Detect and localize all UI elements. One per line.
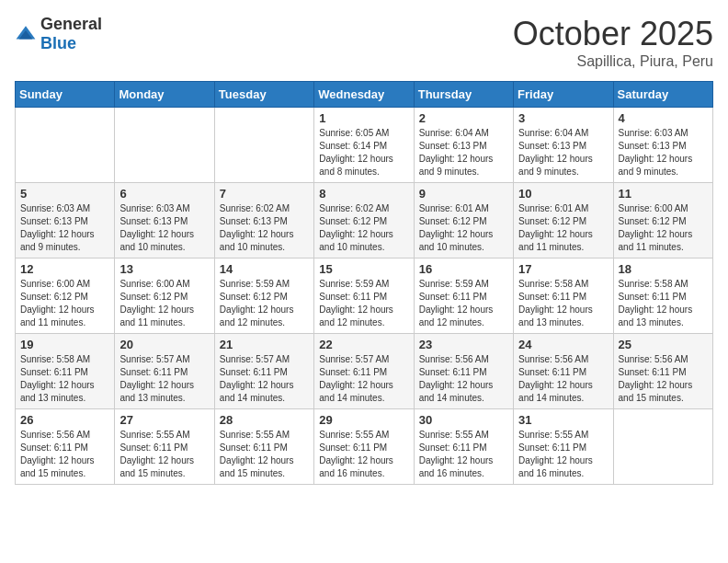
day-cell-15: 15Sunrise: 5:59 AMSunset: 6:11 PMDayligh… — [314, 259, 414, 334]
day-cell-3: 3Sunrise: 6:04 AMSunset: 6:13 PMDaylight… — [514, 108, 613, 183]
day-number: 31 — [518, 413, 608, 427]
weekday-header-tuesday: Tuesday — [214, 82, 313, 108]
logo-text: General Blue — [40, 15, 102, 53]
day-info: Sunrise: 6:00 AMSunset: 6:12 PMDaylight:… — [20, 278, 109, 329]
day-cell-18: 18Sunrise: 5:58 AMSunset: 6:11 PMDayligh… — [613, 259, 712, 334]
day-cell-29: 29Sunrise: 5:55 AMSunset: 6:11 PMDayligh… — [314, 409, 414, 485]
day-cell-9: 9Sunrise: 6:01 AMSunset: 6:12 PMDaylight… — [414, 183, 513, 259]
day-cell-16: 16Sunrise: 5:59 AMSunset: 6:11 PMDayligh… — [414, 259, 513, 334]
day-info: Sunrise: 5:57 AMSunset: 6:11 PMDaylight:… — [220, 353, 309, 405]
day-number: 17 — [518, 262, 608, 276]
day-info: Sunrise: 5:57 AMSunset: 6:11 PMDaylight:… — [119, 353, 209, 405]
week-row-3: 12Sunrise: 6:00 AMSunset: 6:12 PMDayligh… — [16, 259, 713, 334]
day-number: 20 — [119, 338, 209, 351]
week-row-1: 1Sunrise: 6:05 AMSunset: 6:14 PMDaylight… — [16, 108, 713, 183]
day-number: 3 — [518, 111, 608, 125]
weekday-header-row: SundayMondayTuesdayWednesdayThursdayFrid… — [16, 82, 713, 108]
day-cell-31: 31Sunrise: 5:55 AMSunset: 6:11 PMDayligh… — [514, 409, 613, 485]
day-number: 29 — [319, 413, 408, 427]
month-title: October 2025 — [513, 15, 713, 53]
day-info: Sunrise: 6:00 AMSunset: 6:12 PMDaylight:… — [119, 278, 209, 329]
day-cell-17: 17Sunrise: 5:58 AMSunset: 6:11 PMDayligh… — [514, 259, 613, 334]
weekday-header-thursday: Thursday — [414, 82, 513, 108]
day-info: Sunrise: 6:01 AMSunset: 6:12 PMDaylight:… — [518, 202, 608, 254]
day-info: Sunrise: 5:59 AMSunset: 6:11 PMDaylight:… — [419, 278, 508, 329]
empty-cell — [214, 108, 313, 183]
day-number: 12 — [20, 262, 109, 276]
day-info: Sunrise: 6:02 AMSunset: 6:13 PMDaylight:… — [220, 202, 309, 254]
day-cell-20: 20Sunrise: 5:57 AMSunset: 6:11 PMDayligh… — [115, 334, 214, 409]
day-number: 21 — [220, 338, 309, 351]
day-cell-7: 7Sunrise: 6:02 AMSunset: 6:13 PMDaylight… — [214, 183, 313, 259]
day-info: Sunrise: 6:00 AMSunset: 6:12 PMDaylight:… — [619, 202, 708, 254]
day-info: Sunrise: 6:03 AMSunset: 6:13 PMDaylight:… — [119, 202, 209, 254]
day-info: Sunrise: 6:03 AMSunset: 6:13 PMDaylight:… — [20, 202, 109, 254]
logo-icon — [15, 23, 37, 45]
day-cell-19: 19Sunrise: 5:58 AMSunset: 6:11 PMDayligh… — [16, 334, 115, 409]
day-cell-30: 30Sunrise: 5:55 AMSunset: 6:11 PMDayligh… — [414, 409, 513, 485]
day-number: 1 — [319, 111, 408, 125]
empty-cell — [613, 409, 712, 485]
weekday-header-saturday: Saturday — [613, 82, 712, 108]
day-info: Sunrise: 6:04 AMSunset: 6:13 PMDaylight:… — [518, 127, 608, 178]
day-cell-22: 22Sunrise: 5:57 AMSunset: 6:11 PMDayligh… — [314, 334, 414, 409]
day-cell-2: 2Sunrise: 6:04 AMSunset: 6:13 PMDaylight… — [414, 108, 513, 183]
page-header: General Blue October 2025 Sapillica, Piu… — [15, 15, 713, 70]
day-number: 27 — [119, 413, 209, 427]
day-number: 28 — [220, 413, 309, 427]
day-cell-23: 23Sunrise: 5:56 AMSunset: 6:11 PMDayligh… — [414, 334, 513, 409]
day-number: 11 — [619, 187, 708, 201]
day-cell-28: 28Sunrise: 5:55 AMSunset: 6:11 PMDayligh… — [214, 409, 313, 485]
day-cell-26: 26Sunrise: 5:56 AMSunset: 6:11 PMDayligh… — [16, 409, 115, 485]
location-subtitle: Sapillica, Piura, Peru — [513, 53, 713, 70]
week-row-4: 19Sunrise: 5:58 AMSunset: 6:11 PMDayligh… — [16, 334, 713, 409]
day-info: Sunrise: 5:55 AMSunset: 6:11 PMDaylight:… — [518, 429, 608, 480]
day-cell-27: 27Sunrise: 5:55 AMSunset: 6:11 PMDayligh… — [115, 409, 214, 485]
day-number: 26 — [20, 413, 109, 427]
weekday-header-wednesday: Wednesday — [314, 82, 414, 108]
day-number: 4 — [619, 111, 708, 125]
day-info: Sunrise: 5:58 AMSunset: 6:11 PMDaylight:… — [619, 278, 708, 329]
day-info: Sunrise: 5:56 AMSunset: 6:11 PMDaylight:… — [419, 353, 508, 405]
day-info: Sunrise: 6:05 AMSunset: 6:14 PMDaylight:… — [319, 127, 408, 178]
logo: General Blue — [15, 15, 102, 53]
day-number: 24 — [518, 338, 608, 351]
day-info: Sunrise: 6:02 AMSunset: 6:12 PMDaylight:… — [319, 202, 408, 254]
day-info: Sunrise: 5:59 AMSunset: 6:11 PMDaylight:… — [319, 278, 408, 329]
calendar-table: SundayMondayTuesdayWednesdayThursdayFrid… — [15, 81, 713, 485]
day-info: Sunrise: 5:56 AMSunset: 6:11 PMDaylight:… — [518, 353, 608, 405]
day-info: Sunrise: 5:57 AMSunset: 6:11 PMDaylight:… — [319, 353, 408, 405]
day-cell-14: 14Sunrise: 5:59 AMSunset: 6:12 PMDayligh… — [214, 259, 313, 334]
day-number: 18 — [619, 262, 708, 276]
title-area: October 2025 Sapillica, Piura, Peru — [513, 15, 713, 70]
day-cell-8: 8Sunrise: 6:02 AMSunset: 6:12 PMDaylight… — [314, 183, 414, 259]
day-info: Sunrise: 5:56 AMSunset: 6:11 PMDaylight:… — [20, 429, 109, 480]
day-cell-11: 11Sunrise: 6:00 AMSunset: 6:12 PMDayligh… — [613, 183, 712, 259]
day-number: 23 — [419, 338, 508, 351]
day-cell-12: 12Sunrise: 6:00 AMSunset: 6:12 PMDayligh… — [16, 259, 115, 334]
day-number: 19 — [20, 338, 109, 351]
day-cell-24: 24Sunrise: 5:56 AMSunset: 6:11 PMDayligh… — [514, 334, 613, 409]
day-info: Sunrise: 5:58 AMSunset: 6:11 PMDaylight:… — [518, 278, 608, 329]
day-info: Sunrise: 5:55 AMSunset: 6:11 PMDaylight:… — [319, 429, 408, 480]
day-number: 22 — [319, 338, 408, 351]
day-number: 5 — [20, 187, 109, 201]
day-cell-13: 13Sunrise: 6:00 AMSunset: 6:12 PMDayligh… — [115, 259, 214, 334]
day-cell-1: 1Sunrise: 6:05 AMSunset: 6:14 PMDaylight… — [314, 108, 414, 183]
day-info: Sunrise: 6:04 AMSunset: 6:13 PMDaylight:… — [419, 127, 508, 178]
day-number: 14 — [220, 262, 309, 276]
day-number: 8 — [319, 187, 408, 201]
day-info: Sunrise: 5:55 AMSunset: 6:11 PMDaylight:… — [419, 429, 508, 480]
weekday-header-sunday: Sunday — [16, 82, 115, 108]
day-info: Sunrise: 6:03 AMSunset: 6:13 PMDaylight:… — [619, 127, 708, 178]
day-info: Sunrise: 5:55 AMSunset: 6:11 PMDaylight:… — [220, 429, 309, 480]
day-number: 13 — [119, 262, 209, 276]
empty-cell — [16, 108, 115, 183]
empty-cell — [115, 108, 214, 183]
day-cell-21: 21Sunrise: 5:57 AMSunset: 6:11 PMDayligh… — [214, 334, 313, 409]
day-info: Sunrise: 5:59 AMSunset: 6:12 PMDaylight:… — [220, 278, 309, 329]
day-number: 7 — [220, 187, 309, 201]
day-number: 30 — [419, 413, 508, 427]
day-info: Sunrise: 5:58 AMSunset: 6:11 PMDaylight:… — [20, 353, 109, 405]
day-info: Sunrise: 5:55 AMSunset: 6:11 PMDaylight:… — [119, 429, 209, 480]
